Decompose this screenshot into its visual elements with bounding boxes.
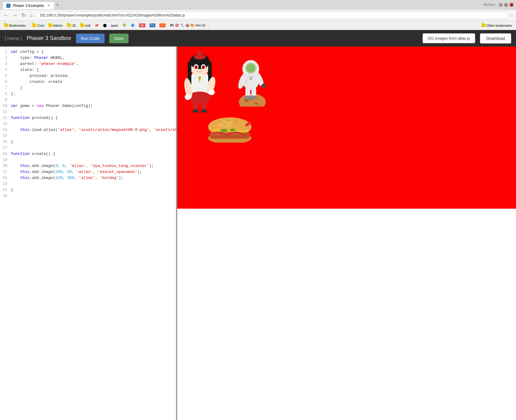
svg-point-48 bbox=[220, 129, 227, 132]
maximize-button[interactable]: □ bbox=[504, 3, 508, 7]
tab-title: Phaser 3 Examples bbox=[13, 4, 44, 8]
line-content: state: { bbox=[11, 67, 176, 73]
svg-point-22 bbox=[185, 94, 191, 100]
run-code-button[interactable]: Run Code bbox=[76, 34, 105, 43]
bookmark-js[interactable]: JS bbox=[65, 23, 78, 28]
other-bookmarks-icon bbox=[481, 24, 486, 27]
a-icon: Ae bbox=[139, 23, 145, 27]
line-number: 24 bbox=[0, 187, 11, 193]
line-content: var game = new Phaser.Game(config); bbox=[11, 103, 176, 109]
js-folder-icon bbox=[67, 24, 71, 27]
line-content: this.load.atlas('atlas', 'assets/atlas/m… bbox=[11, 127, 177, 133]
bookmark-admin[interactable]: Admin bbox=[47, 23, 65, 28]
back-button[interactable]: ← bbox=[2, 12, 10, 19]
svg-point-13 bbox=[203, 66, 204, 68]
svg-point-52 bbox=[235, 121, 237, 122]
address-input[interactable] bbox=[36, 11, 508, 19]
code-line: 16} bbox=[0, 139, 176, 145]
code-line: 3 parent: 'phaser-example', bbox=[0, 61, 176, 67]
sprite-spaceman bbox=[230, 53, 266, 107]
line-number: 1 bbox=[0, 49, 11, 55]
bookmark-ps[interactable]: Ps bbox=[148, 23, 157, 28]
line-content: preload: preload, bbox=[11, 73, 176, 79]
game-canvas-red bbox=[177, 47, 516, 209]
line-number: 10 bbox=[0, 103, 11, 109]
svg-point-35 bbox=[247, 64, 255, 72]
atlas-info: 021 images from atlas.js bbox=[423, 33, 475, 43]
main-content: 1var config = {2 type: Phaser.WEBGL,3 pa… bbox=[0, 47, 516, 420]
download-button[interactable]: Download bbox=[480, 33, 511, 44]
svg-point-30 bbox=[244, 95, 251, 100]
forward-button[interactable]: → bbox=[11, 12, 19, 19]
app-title: Phaser 3 Sandbox bbox=[27, 35, 71, 41]
line-content: parent: 'phaser-example', bbox=[11, 61, 176, 67]
other-bookmarks[interactable]: Other bookmarks bbox=[480, 23, 514, 28]
save-button[interactable]: Save bbox=[109, 34, 129, 43]
sprite-hotdog bbox=[206, 116, 254, 143]
bookmarks-folder-icon bbox=[4, 24, 8, 27]
bookmark-js-label: JS bbox=[72, 24, 76, 27]
line-number: 5 bbox=[0, 73, 11, 79]
svg-point-53 bbox=[223, 124, 225, 125]
line-number: 4 bbox=[0, 67, 11, 73]
svg-point-26 bbox=[254, 102, 258, 105]
bookmark-divider bbox=[29, 23, 29, 28]
svg-point-23 bbox=[209, 89, 215, 95]
line-number: 15 bbox=[0, 133, 11, 139]
line-number: 12 bbox=[0, 115, 11, 121]
code-line: 18function create() { bbox=[0, 151, 176, 157]
svg-point-31 bbox=[250, 95, 257, 100]
bookmarks-folder[interactable]: Bookmarks bbox=[2, 23, 28, 28]
svg-point-12 bbox=[196, 66, 197, 68]
new-tab-button[interactable]: + bbox=[54, 2, 61, 8]
bookmark-github-octo[interactable]: 🐙 bbox=[93, 23, 101, 28]
bookmark-a[interactable]: Ae bbox=[137, 23, 147, 28]
cool-folder-icon bbox=[32, 24, 36, 27]
line-number: 6 bbox=[0, 79, 11, 85]
bookmark-various[interactable]: 🎮 🎯 🔧 📦 🎨 mm Gr bbox=[168, 23, 207, 28]
code-line: 17 bbox=[0, 145, 176, 151]
line-number: 20 bbox=[0, 163, 11, 169]
bookmark-es6[interactable]: es6 bbox=[78, 23, 93, 28]
home-link[interactable]: [ Home ] bbox=[5, 36, 22, 41]
bookmark-lazer[interactable]: lazer bbox=[109, 23, 120, 28]
bookmark-star-button[interactable]: ☆ bbox=[509, 12, 514, 18]
code-line: 10var game = new Phaser.Game(config); bbox=[0, 103, 176, 109]
close-button[interactable]: ✕ bbox=[509, 3, 514, 7]
admin-folder-icon bbox=[48, 24, 53, 27]
line-number: 17 bbox=[0, 145, 11, 151]
title-bar: Phaser 3 Examples ✕ + Richard － □ ✕ bbox=[0, 0, 516, 10]
svg-point-54 bbox=[231, 123, 233, 124]
minimize-button[interactable]: － bbox=[499, 3, 503, 7]
line-content: this.add.image(260, 60, 'atlas', 'exocet… bbox=[11, 169, 176, 175]
refresh-button[interactable]: ↻ bbox=[20, 12, 27, 19]
bookmark-cool[interactable]: Cool bbox=[30, 23, 46, 28]
code-editor[interactable]: 1var config = {2 type: Phaser.WEBGL,3 pa… bbox=[0, 47, 177, 420]
bookmark-github[interactable]: ⬤ bbox=[101, 23, 108, 28]
bookmark-gem[interactable]: 🔷 bbox=[129, 23, 137, 28]
bookmark-admin-label: Admin bbox=[53, 24, 63, 27]
lazer-label: lazer bbox=[111, 24, 118, 27]
bookmark-leaf[interactable]: 🍀 bbox=[120, 23, 128, 28]
code-line: 25 bbox=[0, 193, 176, 199]
line-number: 11 bbox=[0, 109, 11, 115]
other-bookmarks-label: Other bookmarks bbox=[487, 24, 512, 27]
sprite-girl bbox=[182, 47, 218, 113]
code-line: 2 type: Phaser.WEBGL, bbox=[0, 55, 176, 61]
tab-close-button[interactable]: ✕ bbox=[47, 4, 50, 8]
bookmarks-bar: Bookmarks Cool Admin JS es6 🐙 ⬤ lazer 🍀 … bbox=[0, 21, 516, 30]
bookmarks-label: Bookmarks bbox=[9, 24, 26, 27]
code-line: 15 bbox=[0, 133, 176, 139]
active-tab[interactable]: Phaser 3 Examples ✕ bbox=[2, 2, 54, 9]
svg-point-45 bbox=[218, 120, 233, 128]
code-line: 4 state: { bbox=[0, 67, 176, 73]
game-canvas-white bbox=[177, 209, 516, 420]
app-header: [ Home ] Phaser 3 Sandbox Run Code Save … bbox=[0, 30, 516, 47]
tab-bar: Phaser 3 Examples ✕ + bbox=[2, 0, 481, 9]
code-line: 24} bbox=[0, 187, 176, 193]
svg-point-51 bbox=[227, 120, 229, 121]
svg-rect-41 bbox=[248, 76, 253, 78]
user-profile: Richard bbox=[481, 3, 497, 7]
bookmark-p[interactable]: Pn bbox=[158, 23, 167, 28]
home-button[interactable]: ⌂ bbox=[29, 12, 34, 19]
